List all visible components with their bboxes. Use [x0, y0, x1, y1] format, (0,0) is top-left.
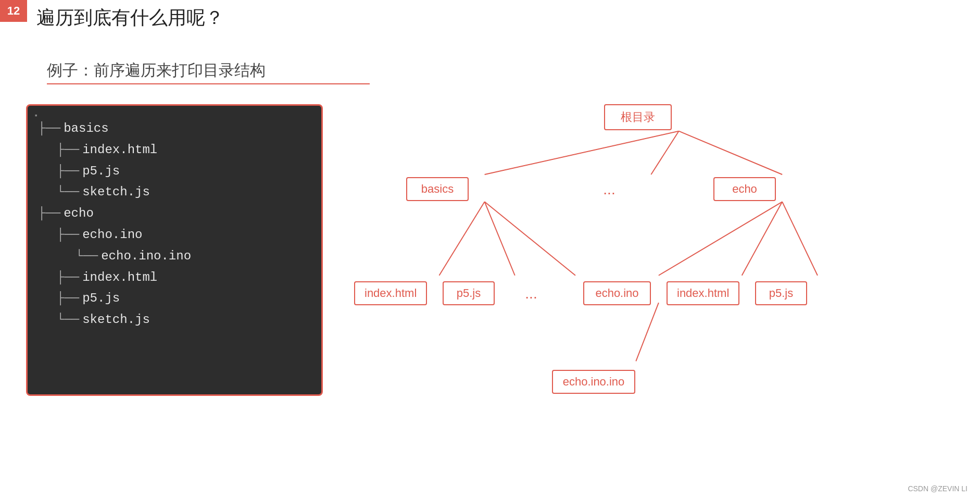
svg-line-2 — [679, 131, 783, 175]
node-index-html-2: index.html — [667, 281, 739, 305]
node-echo-ino: echo.ino — [583, 281, 651, 305]
terminal-line-6: ├──echo.ino — [38, 225, 311, 246]
section-title: 例子：前序遍历来打印目录结构 — [47, 60, 266, 81]
terminal-line-3: ├──p5.js — [38, 161, 311, 182]
slide-title: 遍历到底有什么用呢？ — [36, 5, 224, 31]
slide-number: 12 — [0, 0, 27, 22]
terminal-line-2: ├──index.html — [38, 140, 311, 161]
terminal-line-5: ├──echo — [38, 203, 311, 225]
node-index-html-1: index.html — [354, 281, 427, 305]
node-root: 根目录 — [604, 104, 672, 130]
terminal-line-10: └──sketch.js — [38, 309, 311, 331]
node-p5js-1: p5.js — [443, 281, 495, 305]
node-dots-basics: ... — [510, 281, 552, 306]
svg-line-8 — [782, 202, 818, 275]
svg-line-6 — [659, 202, 782, 275]
tree-svg — [354, 94, 958, 417]
tree-diagram: 根目录 basics ... echo index.html p5.js ...… — [354, 94, 958, 417]
node-echo: echo — [713, 177, 776, 201]
svg-line-1 — [651, 131, 679, 175]
terminal-line-4: └──sketch.js — [38, 182, 311, 203]
terminal-box: ├──basics ├──index.html ├──p5.js └──sket… — [26, 104, 323, 396]
svg-line-0 — [485, 131, 679, 175]
terminal-line-9: ├──p5.js — [38, 288, 311, 309]
terminal-line-8: ├──index.html — [38, 267, 311, 289]
node-echo-ino-ino: echo.ino.ino — [552, 370, 635, 394]
svg-line-5 — [485, 202, 575, 275]
node-dots-mid: ... — [588, 177, 630, 202]
node-p5js-2: p5.js — [755, 281, 807, 305]
footer: CSDN @ZEVIN LI — [908, 484, 968, 493]
svg-line-4 — [485, 202, 515, 275]
node-basics: basics — [406, 177, 469, 201]
terminal-line-1: ├──basics — [38, 118, 311, 140]
svg-line-3 — [439, 202, 484, 275]
section-underline — [47, 83, 370, 84]
svg-line-7 — [742, 202, 783, 275]
svg-line-9 — [636, 303, 659, 361]
terminal-line-7: └──echo.ino.ino — [38, 246, 311, 267]
